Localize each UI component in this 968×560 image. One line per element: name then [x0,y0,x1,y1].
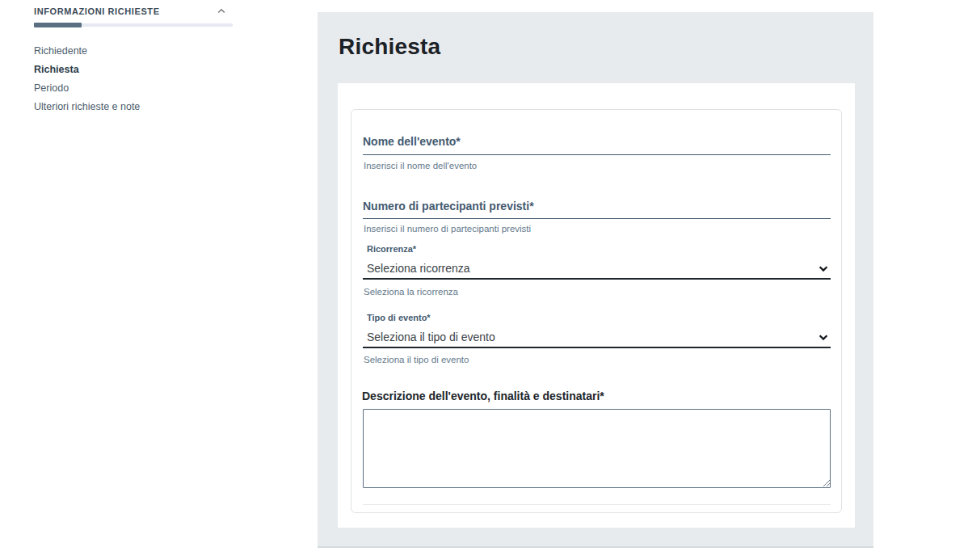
chevron-down-icon [818,263,829,274]
recurrence-select-value: Seleziona ricorrenza [363,262,470,275]
event-type-select-value: Seleziona il tipo di evento [363,331,495,343]
progress-bar [34,23,233,27]
event-name-helper: Inserisci il nome dell'evento [364,161,477,171]
description-textarea[interactable] [363,409,831,488]
event-name-input[interactable] [363,137,831,155]
participants-helper: Inserisci il numero di partecipanti prev… [364,224,531,234]
form-panel: Nome dell'evento* Inserisci il nome dell… [338,83,855,528]
description-label: Descrizione dell'evento, finalità e dest… [362,389,604,402]
sidebar-item-richiedente[interactable]: Richiedente [34,42,140,61]
sidebar-item-richiesta[interactable]: Richiesta [34,61,140,79]
recurrence-helper: Seleziona la ricorrenza [364,287,458,297]
sidebar: INFORMAZIONI RICHIESTE Richiedente Richi… [0,0,259,560]
progress-bar-fill [34,23,82,27]
participants-input[interactable] [363,201,831,219]
sidebar-section-title: INFORMAZIONI RICHIESTE [34,6,160,16]
sidebar-nav: Richiedente Richiesta Periodo Ulteriori … [34,42,140,116]
sidebar-section-header[interactable]: INFORMAZIONI RICHIESTE [34,6,233,16]
chevron-down-icon [818,331,829,343]
recurrence-label: Ricorrenza* [367,244,416,254]
recurrence-select[interactable]: Seleziona ricorrenza [363,259,831,280]
event-type-select[interactable]: Seleziona il tipo di evento [363,327,831,348]
sidebar-item-periodo[interactable]: Periodo [34,79,140,98]
sidebar-item-ulteriori-richieste[interactable]: Ulteriori richieste e note [34,98,140,116]
event-type-label: Tipo di evento* [367,313,431,322]
form-card: Nome dell'evento* Inserisci il nome dell… [351,109,842,513]
card-divider [363,504,831,505]
main-content: Richiesta Nome dell'evento* Inserisci il… [318,12,873,548]
page-title: Richiesta [339,34,440,60]
event-type-helper: Seleziona il tipo di evento [364,355,469,364]
chevron-up-icon[interactable] [217,6,226,16]
